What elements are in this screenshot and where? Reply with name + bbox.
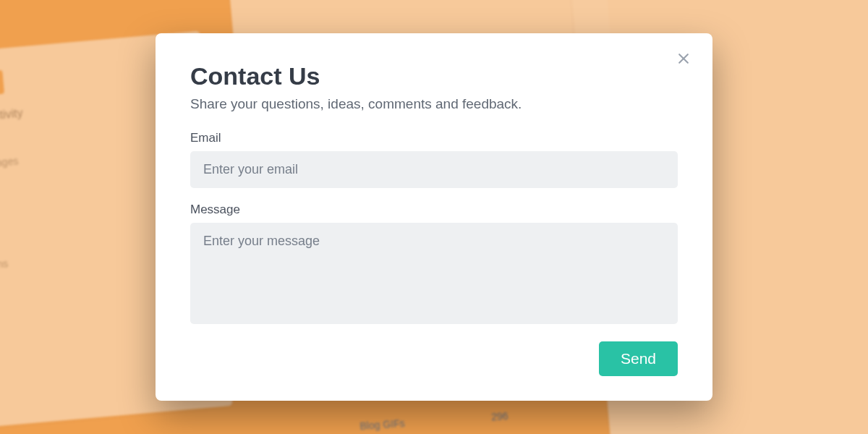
modal-title: Contact Us [190, 62, 678, 90]
close-button[interactable] [673, 49, 694, 69]
modal-actions: Send [190, 341, 678, 376]
close-icon [676, 51, 691, 68]
message-field-group: Message [190, 203, 678, 327]
email-field-group: Email [190, 131, 678, 188]
bg-number: 296 [491, 410, 509, 423]
modal-subtitle: Share your questions, ideas, comments an… [190, 96, 678, 112]
message-label: Message [190, 203, 678, 217]
message-input[interactable] [190, 223, 678, 324]
send-button[interactable]: Send [599, 341, 678, 376]
contact-modal: Contact Us Share your questions, ideas, … [156, 33, 712, 401]
email-input[interactable] [190, 151, 678, 188]
email-label: Email [190, 131, 678, 145]
